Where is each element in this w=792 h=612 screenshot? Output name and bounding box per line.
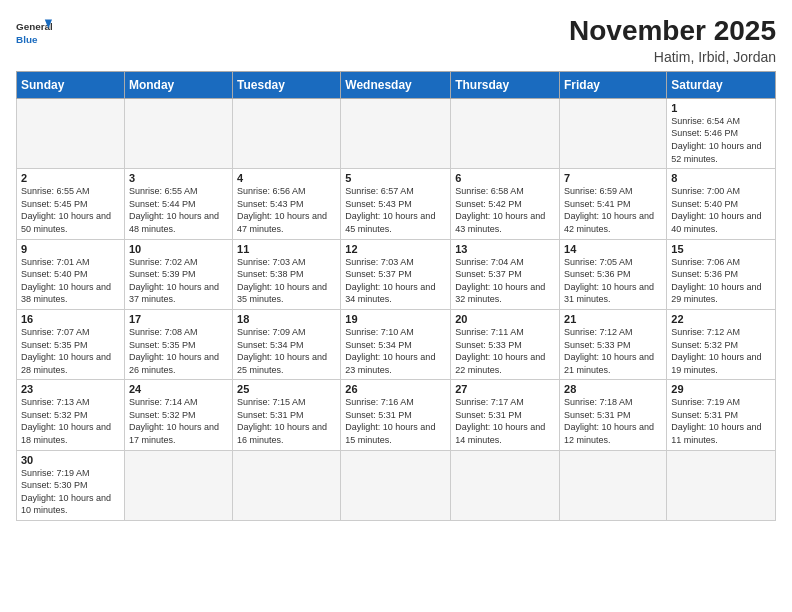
title-block: November 2025 Hatim, Irbid, Jordan bbox=[569, 16, 776, 65]
table-row bbox=[17, 98, 125, 168]
day-number: 7 bbox=[564, 172, 662, 184]
calendar-week-row: 23Sunrise: 7:13 AM Sunset: 5:32 PM Dayli… bbox=[17, 380, 776, 450]
svg-text:Blue: Blue bbox=[16, 34, 38, 45]
day-info: Sunrise: 7:12 AM Sunset: 5:32 PM Dayligh… bbox=[671, 326, 771, 376]
day-info: Sunrise: 7:16 AM Sunset: 5:31 PM Dayligh… bbox=[345, 396, 446, 446]
col-thursday: Thursday bbox=[451, 71, 560, 98]
day-number: 4 bbox=[237, 172, 336, 184]
table-row bbox=[124, 450, 232, 520]
calendar-week-row: 1Sunrise: 6:54 AM Sunset: 5:46 PM Daylig… bbox=[17, 98, 776, 168]
table-row: 16Sunrise: 7:07 AM Sunset: 5:35 PM Dayli… bbox=[17, 309, 125, 379]
day-info: Sunrise: 6:58 AM Sunset: 5:42 PM Dayligh… bbox=[455, 185, 555, 235]
table-row: 11Sunrise: 7:03 AM Sunset: 5:38 PM Dayli… bbox=[233, 239, 341, 309]
table-row: 5Sunrise: 6:57 AM Sunset: 5:43 PM Daylig… bbox=[341, 169, 451, 239]
day-number: 8 bbox=[671, 172, 771, 184]
day-info: Sunrise: 7:02 AM Sunset: 5:39 PM Dayligh… bbox=[129, 256, 228, 306]
day-info: Sunrise: 7:19 AM Sunset: 5:30 PM Dayligh… bbox=[21, 467, 120, 517]
day-info: Sunrise: 7:05 AM Sunset: 5:36 PM Dayligh… bbox=[564, 256, 662, 306]
table-row bbox=[341, 98, 451, 168]
table-row bbox=[233, 450, 341, 520]
day-number: 18 bbox=[237, 313, 336, 325]
day-info: Sunrise: 7:13 AM Sunset: 5:32 PM Dayligh… bbox=[21, 396, 120, 446]
day-info: Sunrise: 7:15 AM Sunset: 5:31 PM Dayligh… bbox=[237, 396, 336, 446]
table-row: 3Sunrise: 6:55 AM Sunset: 5:44 PM Daylig… bbox=[124, 169, 232, 239]
header: General Blue November 2025 Hatim, Irbid,… bbox=[16, 16, 776, 65]
day-number: 15 bbox=[671, 243, 771, 255]
day-number: 3 bbox=[129, 172, 228, 184]
day-number: 26 bbox=[345, 383, 446, 395]
table-row: 7Sunrise: 6:59 AM Sunset: 5:41 PM Daylig… bbox=[560, 169, 667, 239]
day-number: 12 bbox=[345, 243, 446, 255]
table-row bbox=[341, 450, 451, 520]
table-row: 15Sunrise: 7:06 AM Sunset: 5:36 PM Dayli… bbox=[667, 239, 776, 309]
day-info: Sunrise: 7:14 AM Sunset: 5:32 PM Dayligh… bbox=[129, 396, 228, 446]
day-number: 30 bbox=[21, 454, 120, 466]
day-info: Sunrise: 7:03 AM Sunset: 5:37 PM Dayligh… bbox=[345, 256, 446, 306]
day-info: Sunrise: 6:56 AM Sunset: 5:43 PM Dayligh… bbox=[237, 185, 336, 235]
col-sunday: Sunday bbox=[17, 71, 125, 98]
day-info: Sunrise: 6:59 AM Sunset: 5:41 PM Dayligh… bbox=[564, 185, 662, 235]
table-row: 4Sunrise: 6:56 AM Sunset: 5:43 PM Daylig… bbox=[233, 169, 341, 239]
day-number: 19 bbox=[345, 313, 446, 325]
day-number: 10 bbox=[129, 243, 228, 255]
table-row: 12Sunrise: 7:03 AM Sunset: 5:37 PM Dayli… bbox=[341, 239, 451, 309]
day-number: 5 bbox=[345, 172, 446, 184]
day-info: Sunrise: 6:55 AM Sunset: 5:45 PM Dayligh… bbox=[21, 185, 120, 235]
day-number: 21 bbox=[564, 313, 662, 325]
table-row: 1Sunrise: 6:54 AM Sunset: 5:46 PM Daylig… bbox=[667, 98, 776, 168]
table-row: 10Sunrise: 7:02 AM Sunset: 5:39 PM Dayli… bbox=[124, 239, 232, 309]
day-info: Sunrise: 7:12 AM Sunset: 5:33 PM Dayligh… bbox=[564, 326, 662, 376]
day-info: Sunrise: 7:08 AM Sunset: 5:35 PM Dayligh… bbox=[129, 326, 228, 376]
table-row: 28Sunrise: 7:18 AM Sunset: 5:31 PM Dayli… bbox=[560, 380, 667, 450]
col-wednesday: Wednesday bbox=[341, 71, 451, 98]
day-number: 25 bbox=[237, 383, 336, 395]
table-row: 21Sunrise: 7:12 AM Sunset: 5:33 PM Dayli… bbox=[560, 309, 667, 379]
table-row: 25Sunrise: 7:15 AM Sunset: 5:31 PM Dayli… bbox=[233, 380, 341, 450]
day-number: 16 bbox=[21, 313, 120, 325]
table-row: 9Sunrise: 7:01 AM Sunset: 5:40 PM Daylig… bbox=[17, 239, 125, 309]
calendar-week-row: 9Sunrise: 7:01 AM Sunset: 5:40 PM Daylig… bbox=[17, 239, 776, 309]
calendar-table: Sunday Monday Tuesday Wednesday Thursday… bbox=[16, 71, 776, 521]
day-info: Sunrise: 7:09 AM Sunset: 5:34 PM Dayligh… bbox=[237, 326, 336, 376]
day-number: 29 bbox=[671, 383, 771, 395]
table-row: 17Sunrise: 7:08 AM Sunset: 5:35 PM Dayli… bbox=[124, 309, 232, 379]
table-row: 29Sunrise: 7:19 AM Sunset: 5:31 PM Dayli… bbox=[667, 380, 776, 450]
month-year: November 2025 bbox=[569, 16, 776, 47]
day-number: 22 bbox=[671, 313, 771, 325]
col-tuesday: Tuesday bbox=[233, 71, 341, 98]
day-info: Sunrise: 6:57 AM Sunset: 5:43 PM Dayligh… bbox=[345, 185, 446, 235]
col-saturday: Saturday bbox=[667, 71, 776, 98]
logo-icon: General Blue bbox=[16, 16, 52, 52]
day-number: 2 bbox=[21, 172, 120, 184]
day-info: Sunrise: 6:55 AM Sunset: 5:44 PM Dayligh… bbox=[129, 185, 228, 235]
table-row: 23Sunrise: 7:13 AM Sunset: 5:32 PM Dayli… bbox=[17, 380, 125, 450]
table-row: 6Sunrise: 6:58 AM Sunset: 5:42 PM Daylig… bbox=[451, 169, 560, 239]
calendar-week-row: 2Sunrise: 6:55 AM Sunset: 5:45 PM Daylig… bbox=[17, 169, 776, 239]
day-number: 9 bbox=[21, 243, 120, 255]
day-info: Sunrise: 6:54 AM Sunset: 5:46 PM Dayligh… bbox=[671, 115, 771, 165]
table-row bbox=[667, 450, 776, 520]
day-info: Sunrise: 7:18 AM Sunset: 5:31 PM Dayligh… bbox=[564, 396, 662, 446]
day-info: Sunrise: 7:17 AM Sunset: 5:31 PM Dayligh… bbox=[455, 396, 555, 446]
calendar-week-row: 16Sunrise: 7:07 AM Sunset: 5:35 PM Dayli… bbox=[17, 309, 776, 379]
day-info: Sunrise: 7:19 AM Sunset: 5:31 PM Dayligh… bbox=[671, 396, 771, 446]
day-number: 24 bbox=[129, 383, 228, 395]
day-number: 17 bbox=[129, 313, 228, 325]
day-info: Sunrise: 7:04 AM Sunset: 5:37 PM Dayligh… bbox=[455, 256, 555, 306]
calendar-page: General Blue November 2025 Hatim, Irbid,… bbox=[0, 0, 792, 531]
table-row bbox=[233, 98, 341, 168]
table-row: 24Sunrise: 7:14 AM Sunset: 5:32 PM Dayli… bbox=[124, 380, 232, 450]
location: Hatim, Irbid, Jordan bbox=[569, 49, 776, 65]
table-row: 2Sunrise: 6:55 AM Sunset: 5:45 PM Daylig… bbox=[17, 169, 125, 239]
day-number: 28 bbox=[564, 383, 662, 395]
day-info: Sunrise: 7:00 AM Sunset: 5:40 PM Dayligh… bbox=[671, 185, 771, 235]
table-row bbox=[560, 98, 667, 168]
day-number: 11 bbox=[237, 243, 336, 255]
logo: General Blue bbox=[16, 16, 52, 52]
table-row: 20Sunrise: 7:11 AM Sunset: 5:33 PM Dayli… bbox=[451, 309, 560, 379]
table-row bbox=[451, 450, 560, 520]
table-row: 30Sunrise: 7:19 AM Sunset: 5:30 PM Dayli… bbox=[17, 450, 125, 520]
day-number: 27 bbox=[455, 383, 555, 395]
day-info: Sunrise: 7:07 AM Sunset: 5:35 PM Dayligh… bbox=[21, 326, 120, 376]
day-number: 20 bbox=[455, 313, 555, 325]
